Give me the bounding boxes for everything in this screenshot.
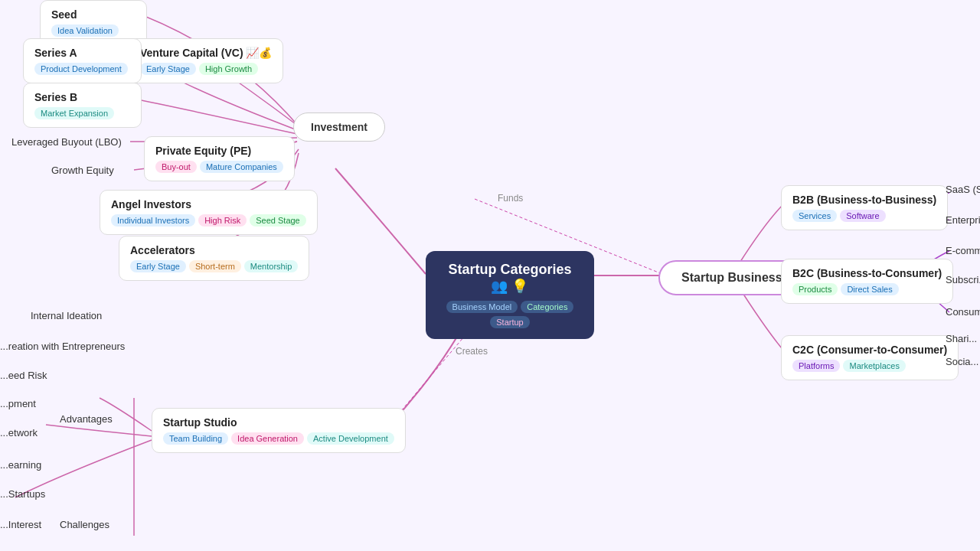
interest-node[interactable]: ...Interest xyxy=(0,519,41,530)
network-title: ...etwork xyxy=(0,427,38,439)
social-node[interactable]: Socia... xyxy=(946,356,978,367)
startup-studio-node[interactable]: Startup Studio Team Building Idea Genera… xyxy=(152,408,406,453)
social-title: Socia... xyxy=(946,356,978,367)
startups-node[interactable]: ...Startups xyxy=(0,488,45,500)
tag-product-dev: Product Development xyxy=(34,63,128,75)
angel-investors-node[interactable]: Angel Investors Individual Investors Hig… xyxy=(100,190,318,235)
startup-studio-tags: Team Building Idea Generation Active Dev… xyxy=(163,432,394,445)
b2b-node[interactable]: B2B (Business-to-Business) Services Soft… xyxy=(781,185,948,230)
tag-services: Services xyxy=(792,210,837,222)
creates-label: Creates xyxy=(456,346,488,357)
startup-business-label: Startup Business xyxy=(681,271,782,284)
advantages-node[interactable]: Advantages xyxy=(60,413,113,425)
startups-title: ...Startups xyxy=(0,488,45,500)
collab-title: ...reation with Entrepreneurs xyxy=(0,341,125,352)
tag-buyout: Buy-out xyxy=(155,161,197,173)
challenges-node[interactable]: Challenges xyxy=(60,519,109,530)
development-node[interactable]: ...pment xyxy=(0,398,36,409)
series-a-node[interactable]: Series A Product Development xyxy=(23,38,142,83)
tag-software: Software xyxy=(840,210,885,222)
tag-team-building: Team Building xyxy=(163,432,228,445)
internal-ideation-title: Internal Ideation xyxy=(31,310,102,321)
tag-categories: Categories xyxy=(521,301,573,313)
tag-direct-sales: Direct Sales xyxy=(841,283,898,295)
lbo-title: Leveraged Buyout (LBO) xyxy=(11,136,122,148)
series-a-title: Series A xyxy=(34,47,130,59)
b2b-title: B2B (Business-to-Business) xyxy=(792,194,936,206)
tag-early-stage-vc: Early Stage xyxy=(140,63,196,75)
funds-label: Funds xyxy=(498,193,523,204)
shared-risk-title: ...eed Risk xyxy=(0,370,47,381)
sharing-node[interactable]: Shari... xyxy=(946,333,977,344)
tag-products: Products xyxy=(792,283,838,295)
mindmap-canvas: Startup Categories 👥 💡 Business Model Ca… xyxy=(0,0,980,551)
growth-equity-node[interactable]: Growth Equity xyxy=(51,165,114,176)
development-title: ...pment xyxy=(0,398,36,409)
tag-business-model: Business Model xyxy=(446,301,518,313)
c2c-title: C2C (Consumer-to-Consumer) xyxy=(792,344,947,356)
accelerators-title: Accelerators xyxy=(130,244,298,256)
interest-title: ...Interest xyxy=(0,519,41,530)
saas-title: SaaS (S... xyxy=(946,184,980,195)
consum-node[interactable]: Consum... xyxy=(946,306,980,318)
tag-individual-investors: Individual Investors xyxy=(111,214,195,227)
learning-title: ...earning xyxy=(0,459,41,471)
tag-market-expansion: Market Expansion xyxy=(34,107,114,119)
growth-equity-title: Growth Equity xyxy=(51,165,114,176)
saas-node[interactable]: SaaS (S... xyxy=(946,184,980,195)
tag-idea-validation: Idea Validation xyxy=(51,24,119,37)
tag-seed-stage: Seed Stage xyxy=(250,214,306,227)
ecomm-node[interactable]: E-comm... xyxy=(946,245,980,256)
ecomm-title: E-comm... xyxy=(946,245,980,256)
tag-marketplaces: Marketplaces xyxy=(843,360,905,372)
advantages-title: Advantages xyxy=(60,413,113,425)
sharing-title: Shari... xyxy=(946,333,977,344)
enterprise-node[interactable]: Enterpri... xyxy=(946,214,980,226)
startup-studio-title: Startup Studio xyxy=(163,416,394,429)
central-node[interactable]: Startup Categories 👥 💡 Business Model Ca… xyxy=(426,251,594,339)
private-equity-node[interactable]: Private Equity (PE) Buy-out Mature Compa… xyxy=(144,136,295,181)
series-b-node[interactable]: Series B Market Expansion xyxy=(23,83,142,128)
b2c-node[interactable]: B2C (Business-to-Consumer) Products Dire… xyxy=(781,259,953,304)
shared-risk-node[interactable]: ...eed Risk xyxy=(0,370,47,381)
angel-title: Angel Investors xyxy=(111,198,306,210)
pe-title: Private Equity (PE) xyxy=(155,145,283,157)
enterprise-title: Enterpri... xyxy=(946,214,980,226)
c2c-node[interactable]: C2C (Consumer-to-Consumer) Platforms Mar… xyxy=(781,335,959,380)
tag-mentorship: Mentorship xyxy=(244,260,298,272)
seed-title: Seed xyxy=(51,8,136,21)
tag-high-risk: High Risk xyxy=(198,214,247,227)
consum-title: Consum... xyxy=(946,306,980,318)
tag-mature-companies: Mature Companies xyxy=(200,161,283,173)
tag-short-term: Short-term xyxy=(189,260,241,272)
central-title: Startup Categories 👥 💡 xyxy=(441,262,579,295)
series-b-title: Series B xyxy=(34,91,130,103)
venture-capital-node[interactable]: Venture Capital (VC) 📈💰 Early Stage High… xyxy=(129,38,283,83)
accelerators-node[interactable]: Accelerators Early Stage Short-term Ment… xyxy=(119,236,309,281)
vc-title: Venture Capital (VC) 📈💰 xyxy=(140,47,272,59)
investment-label: Investment xyxy=(311,121,368,133)
central-tags: Business Model Categories Startup xyxy=(441,301,579,328)
investment-node[interactable]: Investment xyxy=(293,112,385,142)
challenges-title: Challenges xyxy=(60,519,109,530)
tag-idea-generation: Idea Generation xyxy=(231,432,304,445)
internal-ideation-node[interactable]: Internal Ideation xyxy=(31,310,102,321)
subscr-title: Subscri... xyxy=(946,274,980,285)
tag-platforms: Platforms xyxy=(792,360,840,372)
b2c-title: B2C (Business-to-Consumer) xyxy=(792,267,942,279)
tag-high-growth: High Growth xyxy=(199,63,258,75)
learning-node[interactable]: ...earning xyxy=(0,459,41,471)
subscr-node[interactable]: Subscri... xyxy=(946,274,980,285)
tag-early-stage-acc: Early Stage xyxy=(130,260,186,272)
tag-active-development: Active Development xyxy=(307,432,394,445)
collab-node[interactable]: ...reation with Entrepreneurs xyxy=(0,341,125,352)
lbo-node[interactable]: Leveraged Buyout (LBO) xyxy=(11,136,122,148)
tag-startup: Startup xyxy=(490,316,529,328)
network-node[interactable]: ...etwork xyxy=(0,427,38,439)
